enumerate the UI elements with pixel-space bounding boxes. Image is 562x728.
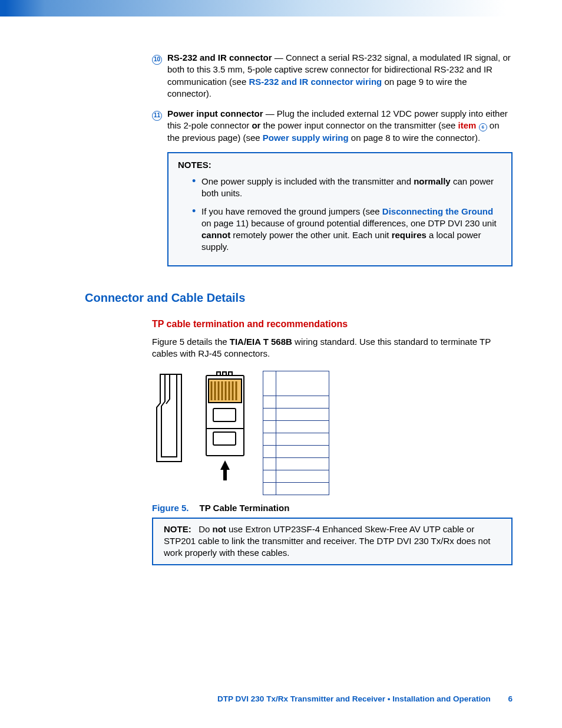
- text: One power supply is included with the tr…: [201, 176, 414, 186]
- text: on page 8 to wire the connector).: [349, 133, 480, 143]
- note-box: NOTE: Do not use Extron UTP23SF-4 Enhanc…: [152, 518, 513, 565]
- svg-rect-14: [223, 372, 226, 375]
- rj45-front-icon: [204, 371, 246, 483]
- sub-heading: TP cable termination and recommendations: [152, 318, 513, 331]
- svg-rect-11: [213, 432, 236, 445]
- list-item-10: 10 RS-232 and IR connector — Connect a s…: [152, 52, 513, 100]
- page-content: 10 RS-232 and IR connector — Connect a s…: [0, 17, 562, 565]
- text: Figure 5 details the: [152, 337, 230, 347]
- link-power-supply-wiring[interactable]: Power supply wiring: [263, 133, 349, 143]
- item-body: Power input connector — Plug the include…: [167, 108, 513, 144]
- note-heading: NOTE:: [164, 524, 191, 534]
- figure-text: TP Cable Termination: [200, 503, 290, 513]
- circle-number-icon: 11: [152, 111, 162, 121]
- text: If you have removed the ground jumpers (…: [201, 206, 382, 216]
- link-rs232-wiring[interactable]: RS-232 and IR connector wiring: [249, 77, 382, 87]
- text-bold: or: [252, 120, 260, 130]
- paragraph: Figure 5 details the TIA/EIA T 568B wiri…: [152, 336, 513, 360]
- item-title: Power input connector: [167, 108, 263, 118]
- svg-rect-10: [213, 409, 236, 421]
- link-text: item: [458, 120, 479, 130]
- top-gradient-bar: [0, 0, 562, 17]
- note-bullet: If you have removed the ground jumpers (…: [192, 206, 502, 253]
- circle-number-icon: 10: [152, 55, 162, 65]
- text-bold: cannot: [201, 230, 230, 240]
- text-bold: TIA/EIA T 568B: [230, 337, 292, 347]
- text: on page 11) because of ground potential …: [201, 218, 497, 228]
- pinout-table: [263, 371, 329, 495]
- rj45-side-icon: [152, 371, 187, 465]
- link-disconnecting-ground[interactable]: Disconnecting the Ground: [382, 206, 493, 216]
- svg-marker-16: [220, 460, 230, 480]
- notes-list: One power supply is included with the tr…: [178, 176, 502, 253]
- link-item-prev[interactable]: item 6: [458, 120, 487, 130]
- text-bold: not: [213, 524, 226, 534]
- item-body: RS-232 and IR connector — Connect a seri…: [167, 52, 513, 100]
- item-number-badge: 11: [152, 108, 167, 120]
- notes-heading: NOTES:: [178, 159, 502, 171]
- figure-caption: Figure 5.TP Cable Termination: [152, 502, 513, 514]
- note-bullet: One power supply is included with the tr…: [192, 176, 502, 200]
- page-footer: DTP DVI 230 Tx/Rx Transmitter and Receiv…: [217, 694, 513, 704]
- circle-number-icon: 6: [479, 123, 487, 131]
- notes-box: NOTES: One power supply is included with…: [167, 152, 513, 266]
- item-number-badge: 10: [152, 52, 167, 64]
- section-heading: Connector and Cable Details: [85, 290, 513, 306]
- svg-rect-15: [229, 372, 232, 375]
- list-item-11: 11 Power input connector — Plug the incl…: [152, 108, 513, 144]
- text: the power input connector on the transmi…: [260, 120, 458, 130]
- figure-5-diagram: [152, 371, 513, 495]
- text: remotely power the other unit. Each unit: [230, 230, 391, 240]
- text: Do: [199, 524, 212, 534]
- svg-rect-13: [217, 372, 220, 375]
- text-bold: requires: [392, 230, 427, 240]
- text-bold: normally: [414, 176, 451, 186]
- footer-page-number: 6: [508, 694, 513, 703]
- item-title: RS-232 and IR connector: [167, 52, 272, 62]
- footer-product: DTP DVI 230 Tx/Rx Transmitter and Receiv…: [217, 694, 491, 703]
- figure-label: Figure 5.: [152, 503, 189, 513]
